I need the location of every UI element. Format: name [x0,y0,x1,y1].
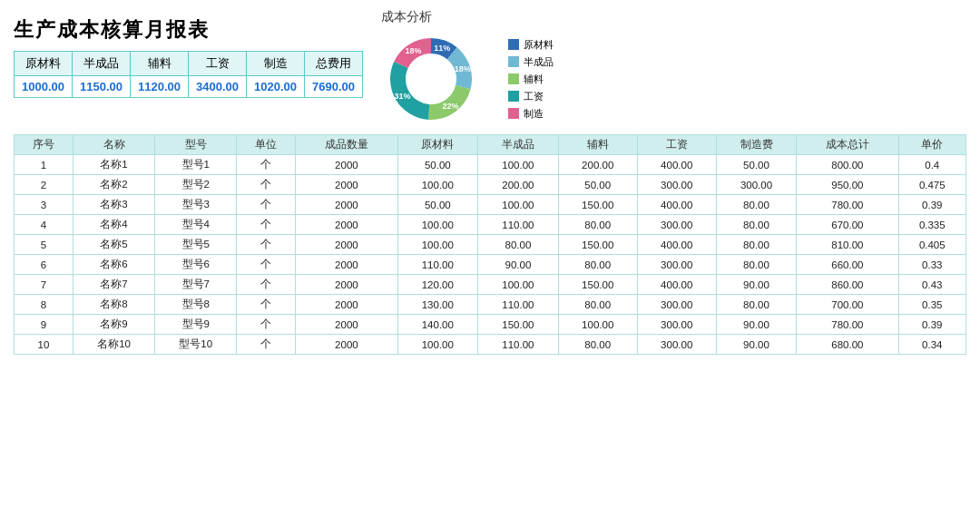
column-header: 单价 [898,135,965,155]
table-cell: 型号5 [155,235,237,255]
table-cell: 个 [237,315,296,335]
table-cell: 150.00 [478,315,559,335]
table-cell: 150.00 [558,275,637,295]
table-cell: 80.00 [716,255,797,275]
legend: 原材料半成品辅料工资制造 [508,38,554,121]
table-row: 4名称4型号4个2000100.00110.0080.00300.0080.00… [15,215,966,235]
table-cell: 个 [237,295,296,315]
table-cell: 名称2 [73,175,154,195]
table-body: 1名称1型号1个200050.00100.00200.00400.0050.00… [15,155,966,355]
legend-label: 辅料 [524,73,544,86]
table-cell: 120.00 [397,275,478,295]
table-row: 6名称6型号6个2000110.0090.0080.00300.0080.006… [15,255,966,275]
table-cell: 1 [15,155,74,175]
table-cell: 名称4 [73,215,154,235]
table-header: 序号名称型号单位成品数量原材料半成品辅料工资制造费成本总计单价 [15,135,966,155]
title-area: 生产成本核算月报表 原材料半成品辅料工资制造总费用 1000.001150.00… [14,9,363,98]
svg-text:18%: 18% [405,46,421,55]
table-cell: 80.00 [716,235,797,255]
table-cell: 个 [237,335,296,355]
table-cell: 300.00 [637,175,716,195]
table-row: 2名称2型号2个2000100.00200.0050.00300.00300.0… [15,175,966,195]
table-cell: 3 [15,195,74,215]
table-cell: 2000 [296,155,397,175]
table-cell: 300.00 [637,255,716,275]
legend-label: 制造 [524,107,544,121]
table-cell: 9 [15,315,74,335]
legend-item: 辅料 [508,73,554,86]
table-cell: 名称3 [73,195,154,215]
table-cell: 名称10 [73,335,154,355]
legend-color [508,39,519,50]
table-cell: 80.00 [558,295,637,315]
table-cell: 名称8 [73,295,154,315]
legend-color [508,56,519,67]
table-cell: 110.00 [478,295,559,315]
table-cell: 300.00 [637,315,716,335]
table-cell: 个 [237,155,296,175]
table-cell: 150.00 [558,195,637,215]
table-cell: 个 [237,195,296,215]
legend-label: 半成品 [524,55,554,69]
table-row: 9名称9型号9个2000140.00150.00100.00300.0090.0… [15,315,966,335]
column-header: 型号 [155,135,237,155]
summary-header-row: 原材料半成品辅料工资制造总费用 [15,52,363,76]
table-cell: 200.00 [478,175,559,195]
table-cell: 400.00 [637,235,716,255]
legend-item: 制造 [508,107,554,121]
table-cell: 80.00 [558,335,637,355]
main-data-table: 序号名称型号单位成品数量原材料半成品辅料工资制造费成本总计单价 1名称1型号1个… [14,134,966,355]
table-cell: 型号8 [155,295,237,315]
table-cell: 8 [15,295,74,315]
summary-table: 原材料半成品辅料工资制造总费用 1000.001150.001120.00340… [14,51,363,98]
table-cell: 300.00 [637,335,716,355]
table-cell: 50.00 [716,155,797,175]
legend-color [508,108,519,119]
table-cell: 80.00 [558,255,637,275]
table-cell: 型号1 [155,155,237,175]
page: 生产成本核算月报表 原材料半成品辅料工资制造总费用 1000.001150.00… [0,0,980,508]
table-cell: 名称6 [73,255,154,275]
table-cell: 300.00 [637,295,716,315]
table-cell: 400.00 [637,155,716,175]
column-header: 半成品 [478,135,559,155]
table-cell: 100.00 [397,335,478,355]
column-header: 工资 [637,135,716,155]
table-cell: 0.475 [898,175,965,195]
chart-area: 成本分析 11%18%22%31%18% 原材料半成品辅料工资制造 [381,9,690,129]
table-cell: 100.00 [397,215,478,235]
main-title: 生产成本核算月报表 [14,9,363,51]
table-cell: 2000 [296,315,397,335]
table-cell: 6 [15,255,74,275]
table-cell: 型号9 [155,315,237,335]
table-cell: 2 [15,175,74,195]
table-row: 7名称7型号7个2000120.00100.00150.00400.0090.0… [15,275,966,295]
table-cell: 860.00 [797,275,898,295]
table-cell: 110.00 [478,215,559,235]
table-cell: 2000 [296,175,397,195]
legend-item: 工资 [508,90,554,103]
table-cell: 810.00 [797,235,898,255]
table-cell: 140.00 [397,315,478,335]
table-cell: 个 [237,275,296,295]
svg-text:11%: 11% [434,44,450,53]
table-cell: 780.00 [797,315,898,335]
table-cell: 个 [237,235,296,255]
summary-values-row: 1000.001150.001120.003400.001020.007690.… [15,76,363,98]
table-cell: 90.00 [716,315,797,335]
table-cell: 0.43 [898,275,965,295]
table-cell: 700.00 [797,295,898,315]
table-cell: 0.4 [898,155,965,175]
table-cell: 200.00 [558,155,637,175]
table-cell: 400.00 [637,275,716,295]
table-cell: 680.00 [797,335,898,355]
header-row: 序号名称型号单位成品数量原材料半成品辅料工资制造费成本总计单价 [15,135,966,155]
table-cell: 7 [15,275,74,295]
table-cell: 2000 [296,335,397,355]
svg-text:18%: 18% [455,64,471,73]
table-cell: 660.00 [797,255,898,275]
top-section: 生产成本核算月报表 原材料半成品辅料工资制造总费用 1000.001150.00… [14,9,966,129]
table-cell: 名称1 [73,155,154,175]
table-cell: 0.39 [898,315,965,335]
chart-title: 成本分析 [381,9,432,25]
